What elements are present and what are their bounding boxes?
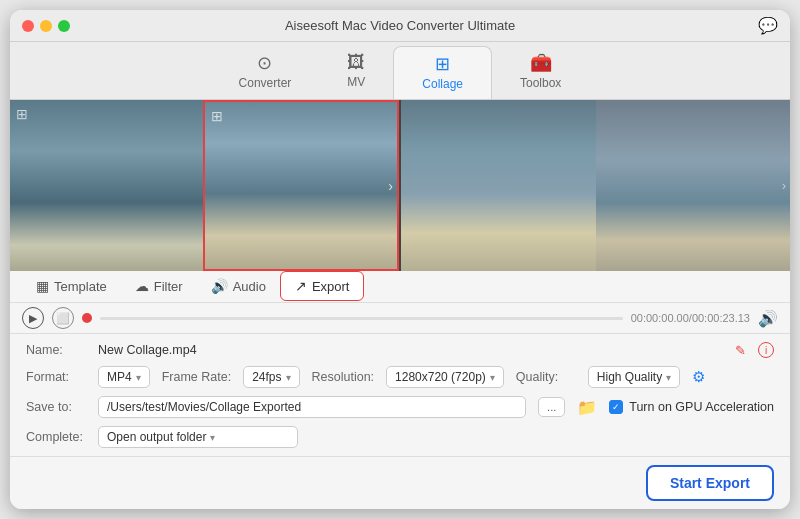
play-button[interactable]: ▶ (22, 307, 44, 329)
saveto-row: Save to: ... 📁 ✓ Turn on GPU Acceleratio… (26, 396, 774, 418)
video-clip-3[interactable] (401, 100, 596, 270)
quality-select[interactable]: High Quality ▾ (588, 366, 680, 388)
video-clip-1[interactable]: ⊞ (10, 100, 203, 270)
main-window: Aiseesoft Mac Video Converter Ultimate 💬… (10, 10, 790, 509)
chat-icon[interactable]: 💬 (758, 16, 778, 35)
gpu-label: Turn on GPU Acceleration (629, 400, 774, 414)
tab-converter[interactable]: ⊙ Converter (211, 46, 320, 99)
sub-tab-filter[interactable]: ☁ Filter (121, 272, 197, 300)
audio-icon: 🔊 (211, 278, 228, 294)
timeline-progress[interactable] (100, 317, 623, 320)
record-button[interactable] (82, 313, 92, 323)
main-tabs: ⊙ Converter 🖼 MV ⊞ Collage 🧰 Toolbox (10, 42, 790, 100)
gpu-checkbox-area: ✓ Turn on GPU Acceleration (609, 400, 774, 414)
info-icon[interactable]: i (758, 342, 774, 358)
format-select[interactable]: MP4 ▾ (98, 366, 150, 388)
quality-arrow: ▾ (666, 372, 671, 383)
timeline-bar: ▶ ⬜ 00:00:00.00/00:00:23.13 🔊 (10, 303, 790, 334)
mv-icon: 🖼 (347, 52, 365, 73)
sub-tab-export-label: Export (312, 279, 350, 294)
minimize-button[interactable] (40, 20, 52, 32)
complete-label: Complete: (26, 430, 86, 444)
framerate-value: 24fps (252, 370, 281, 384)
template-icon: ▦ (36, 278, 49, 294)
complete-select[interactable]: Open output folder ▾ (98, 426, 298, 448)
maximize-button[interactable] (58, 20, 70, 32)
quality-value: High Quality (597, 370, 662, 384)
format-label: Format: (26, 370, 86, 384)
tab-converter-label: Converter (239, 76, 292, 90)
sub-tab-template[interactable]: ▦ Template (22, 272, 121, 300)
volume-icon[interactable]: 🔊 (758, 309, 778, 328)
video-clip-2[interactable]: ⊞ › (203, 100, 400, 270)
resolution-value: 1280x720 (720p) (395, 370, 486, 384)
sub-tab-audio[interactable]: 🔊 Audio (197, 272, 280, 300)
tab-collage[interactable]: ⊞ Collage (393, 46, 492, 99)
tab-collage-label: Collage (422, 77, 463, 91)
complete-value: Open output folder (107, 430, 206, 444)
sub-tabs: ▦ Template ☁ Filter 🔊 Audio ↗ Export (10, 271, 790, 303)
complete-row: Complete: Open output folder ▾ (26, 426, 774, 448)
folder-icon[interactable]: 📁 (577, 398, 597, 417)
clip-arrow: › (388, 178, 393, 194)
converter-icon: ⊙ (257, 52, 272, 74)
export-icon: ↗ (295, 278, 307, 294)
grid-icon-2: ⊞ (211, 108, 223, 124)
video-clip-4[interactable]: › (596, 100, 791, 270)
bottom-bar: Start Export (10, 456, 790, 509)
quality-label: Quality: (516, 370, 576, 384)
close-button[interactable] (22, 20, 34, 32)
video-divider (399, 100, 401, 270)
browse-button[interactable]: ... (538, 397, 565, 417)
settings-area: Name: New Collage.mp4 ✎ i Format: MP4 ▾ … (10, 334, 790, 456)
tab-mv-label: MV (347, 75, 365, 89)
video-panel-right: › (401, 100, 790, 270)
saveto-input[interactable] (98, 396, 526, 418)
tab-toolbox[interactable]: 🧰 Toolbox (492, 46, 589, 99)
complete-arrow: ▾ (210, 432, 215, 443)
video-section: ⊞ ⊞ › › (10, 100, 790, 270)
sub-tab-audio-label: Audio (233, 279, 266, 294)
filter-icon: ☁ (135, 278, 149, 294)
toolbox-icon: 🧰 (530, 52, 552, 74)
start-export-button[interactable]: Start Export (646, 465, 774, 501)
resolution-label: Resolution: (312, 370, 375, 384)
framerate-arrow: ▾ (286, 372, 291, 383)
tab-mv[interactable]: 🖼 MV (319, 46, 393, 99)
name-value: New Collage.mp4 (98, 343, 723, 357)
sub-tab-export[interactable]: ↗ Export (280, 271, 365, 301)
stop-button[interactable]: ⬜ (52, 307, 74, 329)
right-clip-arrow: › (782, 179, 786, 193)
format-arrow: ▾ (136, 372, 141, 383)
sub-tab-filter-label: Filter (154, 279, 183, 294)
framerate-select[interactable]: 24fps ▾ (243, 366, 299, 388)
saveto-label: Save to: (26, 400, 86, 414)
time-current: 00:00:00.00 (631, 312, 689, 324)
grid-icon-1: ⊞ (16, 106, 28, 122)
edit-icon[interactable]: ✎ (735, 343, 746, 358)
traffic-lights (22, 20, 70, 32)
resolution-select[interactable]: 1280x720 (720p) ▾ (386, 366, 504, 388)
video-panel-left: ⊞ ⊞ › (10, 100, 399, 270)
tab-toolbox-label: Toolbox (520, 76, 561, 90)
name-row: Name: New Collage.mp4 ✎ i (26, 342, 774, 358)
collage-icon: ⊞ (435, 53, 450, 75)
format-row: Format: MP4 ▾ Frame Rate: 24fps ▾ Resolu… (26, 366, 774, 388)
timeline-time: 00:00:00.00/00:00:23.13 (631, 312, 750, 324)
framerate-label: Frame Rate: (162, 370, 231, 384)
sub-tab-template-label: Template (54, 279, 107, 294)
titlebar: Aiseesoft Mac Video Converter Ultimate 💬 (10, 10, 790, 42)
window-title: Aiseesoft Mac Video Converter Ultimate (285, 18, 515, 33)
time-total: 00:00:23.13 (692, 312, 750, 324)
format-value: MP4 (107, 370, 132, 384)
resolution-arrow: ▾ (490, 372, 495, 383)
name-label: Name: (26, 343, 86, 357)
gear-icon[interactable]: ⚙ (692, 368, 705, 386)
gpu-checkbox[interactable]: ✓ (609, 400, 623, 414)
